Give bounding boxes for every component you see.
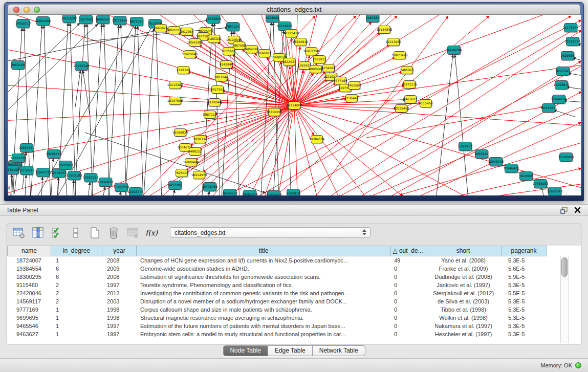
cell-in_degree[interactable]: 2 — [51, 281, 102, 289]
graph-node[interactable] — [447, 46, 461, 55]
graph-node[interactable] — [207, 15, 220, 24]
graph-node[interactable] — [47, 149, 60, 159]
table-row[interactable]: 946554611997Estimation of the future num… — [7, 322, 581, 330]
graph-node[interactable] — [534, 179, 547, 188]
cell-out_degree[interactable]: 0 — [391, 289, 425, 297]
cell-short[interactable]: Jankovic et al. (1997) — [425, 281, 502, 289]
graph-node[interactable] — [203, 182, 216, 191]
cell-pagerank[interactable]: 5.3E-5 — [502, 297, 547, 305]
graph-node[interactable] — [345, 94, 358, 102]
graph-node[interactable] — [223, 189, 236, 195]
cell-out_degree[interactable]: 0 — [391, 305, 425, 314]
graph-node[interactable] — [556, 67, 570, 76]
graph-node[interactable] — [542, 103, 555, 113]
tab-node-table[interactable]: Node Table — [223, 345, 268, 356]
graph-node[interactable] — [561, 51, 574, 60]
cell-year[interactable]: 1997 — [102, 322, 137, 330]
cell-out_degree[interactable]: 0 — [391, 330, 425, 338]
cell-pagerank[interactable]: 5.9E-5 — [502, 273, 547, 281]
graph-node[interactable] — [59, 161, 72, 170]
graph-node[interactable] — [475, 149, 488, 159]
graph-node[interactable] — [12, 154, 25, 163]
graph-node[interactable] — [62, 15, 76, 23]
cell-short[interactable]: Wolkin et al. (1998) — [425, 314, 502, 322]
graph-node[interactable] — [243, 190, 256, 195]
graph-node[interactable] — [394, 51, 406, 59]
table-row[interactable]: 969969511998Structural magnetic resonanc… — [7, 314, 581, 322]
tab-edge-table[interactable]: Edge Table — [268, 345, 313, 356]
graph-node[interactable] — [559, 152, 573, 162]
cell-title[interactable]: Changes of HCN gene expression and I(f) … — [137, 256, 391, 265]
graph-node[interactable] — [208, 35, 220, 43]
cell-title[interactable]: Tourette syndrome. Phenomenology and cla… — [137, 281, 391, 289]
cell-name[interactable]: 9777169 — [7, 305, 51, 314]
cell-in_degree[interactable]: 6 — [51, 265, 102, 273]
cell-year[interactable]: 2012 — [102, 289, 137, 297]
graph-node[interactable] — [189, 38, 201, 47]
cell-title[interactable]: Investigating the contribution of common… — [137, 289, 391, 297]
graph-node[interactable] — [211, 85, 224, 94]
graph-node[interactable] — [20, 143, 33, 152]
cell-short[interactable]: Dudbridge et al. (2008) — [425, 273, 502, 281]
table-selector-dropdown[interactable]: citations_edges.txt — [170, 227, 371, 238]
graph-node[interactable] — [176, 169, 188, 177]
graph-node[interactable] — [193, 171, 205, 179]
cell-short[interactable]: Tibbo et al. (1998) — [425, 305, 502, 314]
graph-node[interactable] — [75, 61, 88, 71]
graph-node[interactable] — [96, 15, 110, 24]
close-icon[interactable] — [573, 206, 582, 214]
graph-node[interactable] — [566, 37, 579, 46]
graph-node[interactable] — [267, 190, 280, 195]
graph-node[interactable] — [404, 95, 417, 103]
graph-node[interactable] — [366, 15, 379, 23]
graph-node[interactable] — [185, 158, 197, 166]
graph-node[interactable] — [177, 66, 189, 74]
cell-in_degree[interactable]: 2 — [51, 289, 102, 297]
delete-column-icon[interactable] — [107, 226, 120, 239]
cell-pagerank[interactable]: 5.3E-5 — [502, 256, 547, 265]
graph-node[interactable] — [84, 173, 97, 182]
column-header-year[interactable]: year — [102, 246, 137, 256]
cell-pagerank[interactable]: 5.3E-5 — [502, 330, 547, 338]
cell-in_degree[interactable]: 2 — [51, 297, 102, 305]
graph-node[interactable] — [505, 164, 518, 173]
cell-year[interactable]: 2008 — [102, 273, 137, 281]
graph-node[interactable] — [552, 95, 565, 104]
table-row[interactable]: 1872400712008Changes of HCN gene express… — [7, 256, 581, 265]
graph-node[interactable] — [310, 65, 322, 73]
graph-node[interactable] — [11, 60, 25, 70]
cell-out_degree[interactable]: 0 — [391, 297, 425, 305]
graph-node[interactable] — [79, 15, 93, 24]
graph-node[interactable] — [246, 45, 258, 53]
graph-node[interactable] — [204, 111, 216, 119]
graph-node[interactable] — [555, 80, 568, 90]
column-header-out_degree[interactable]: △ out_de... — [391, 246, 425, 256]
graph-node[interactable] — [294, 38, 307, 46]
cell-name[interactable]: 9463627 — [7, 330, 51, 338]
graph-node[interactable] — [115, 183, 128, 192]
column-select-icon[interactable] — [31, 226, 45, 239]
cell-title[interactable]: Disruption of a novel member of a sodium… — [137, 297, 391, 305]
cell-year[interactable]: 2009 — [102, 265, 137, 273]
cell-pagerank[interactable]: 5.3E-5 — [502, 305, 547, 314]
cell-in_degree[interactable]: 1 — [51, 330, 102, 338]
graph-node[interactable] — [194, 135, 206, 143]
cell-name[interactable]: 18724007 — [7, 256, 51, 265]
graph-node[interactable] — [322, 64, 335, 72]
graph-node[interactable] — [215, 73, 227, 81]
cell-title[interactable]: Estimation of significance thresholds fo… — [137, 273, 391, 281]
graph-node[interactable] — [174, 128, 186, 137]
table-row[interactable]: 2242004622012Investigating the contribut… — [7, 289, 581, 297]
cell-short[interactable]: Hescheler et al. (1997) — [425, 330, 502, 338]
select-all-check-icon[interactable] — [50, 226, 63, 239]
table-settings-icon[interactable] — [12, 226, 26, 239]
cell-name[interactable]: 9115460 — [7, 281, 51, 289]
cell-in_degree[interactable]: 1 — [51, 305, 102, 314]
float-window-icon[interactable] — [559, 206, 569, 214]
graph-node[interactable] — [155, 24, 167, 32]
graph-node[interactable] — [548, 187, 561, 195]
graph-node[interactable] — [268, 108, 280, 116]
graph-node[interactable] — [36, 168, 50, 177]
cell-short[interactable]: Stergiakouli et al. (2012) — [425, 289, 502, 297]
column-header-in_degree[interactable]: in_degree — [51, 246, 102, 256]
